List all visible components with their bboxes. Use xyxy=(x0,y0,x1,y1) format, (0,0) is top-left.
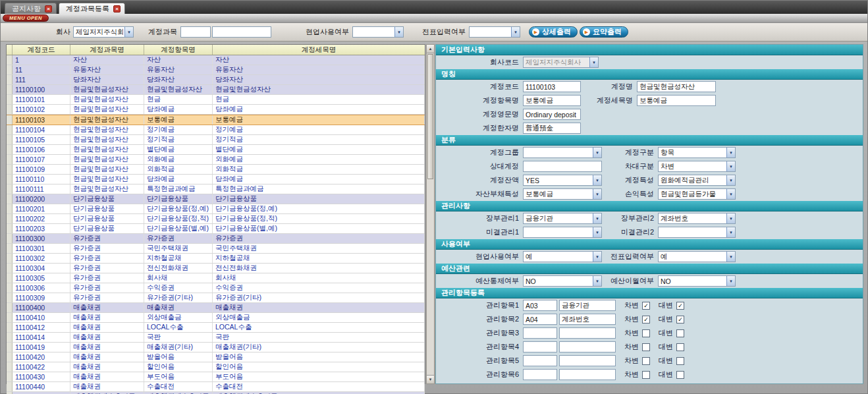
mgmt-item-3-credit-checkbox[interactable] xyxy=(676,329,684,337)
table-row[interactable]: 11100309유가증권유가증권(기타)유가증권(기타) xyxy=(7,293,425,303)
mgmt-item-2-name-input[interactable]: 계좌번호 xyxy=(559,314,616,325)
table-row[interactable]: 111당좌자산당좌자산당좌자산 xyxy=(7,75,425,85)
mgmt-item-2-debit-checkbox[interactable]: ✓ xyxy=(642,316,650,324)
dropdown-arrow-icon[interactable]: ▼ xyxy=(593,189,601,199)
pending-mgmt1-select[interactable]: ▼ xyxy=(523,227,602,238)
table-row[interactable]: 11100111현금및현금성자산특정현금과예금특정현금과예금 xyxy=(7,184,425,194)
tab-close-icon[interactable]: × xyxy=(45,5,52,13)
ledger-mgmt1-select[interactable]: 금융기관▼ xyxy=(523,213,602,224)
mgmt-item-1-name-input[interactable]: 금융기관 xyxy=(559,300,616,311)
dropdown-arrow-icon[interactable]: ▼ xyxy=(726,175,735,185)
account-attribute-select[interactable]: 원화예적금관리▼ xyxy=(658,175,736,186)
account-code-input[interactable]: 11100103 xyxy=(523,81,581,92)
table-row[interactable]: 11100301유가증권국민주택채권국민주택채권 xyxy=(7,244,425,254)
dropdown-arrow-icon[interactable]: ▼ xyxy=(593,276,601,286)
table-row[interactable]: 11100302유가증권지하철공채지하철공채 xyxy=(7,254,425,264)
dropdown-arrow-icon[interactable]: ▼ xyxy=(593,252,601,262)
dropdown-arrow-icon[interactable]: ▼ xyxy=(726,148,735,157)
mgmt-item-6-credit-checkbox[interactable] xyxy=(676,371,684,379)
table-row[interactable]: 11100106현금및현금성자산별단예금별단예금 xyxy=(7,145,425,155)
company-code-select[interactable]: 제일저지주식회사▼ xyxy=(523,57,599,68)
profit-loss-attr-select[interactable]: 현금및현금등가물▼ xyxy=(658,188,736,200)
table-row[interactable]: 11100305유가증권회사채회사채 xyxy=(7,273,425,283)
mgmt-item-1-debit-checkbox[interactable]: ✓ xyxy=(642,302,650,310)
mgmt-item-6-code-input[interactable] xyxy=(523,369,557,380)
asset-liability-attr-select[interactable]: 보통예금▼ xyxy=(523,188,602,200)
account-name-input[interactable]: 현금및현금성자산 xyxy=(637,81,716,92)
account-group-select[interactable]: ▼ xyxy=(523,147,602,158)
account-name-filter-input[interactable] xyxy=(212,26,271,38)
table-row[interactable]: 11유동자산유동자산유동자산 xyxy=(7,65,425,75)
use-filter-select[interactable]: ▼ xyxy=(352,26,404,38)
summary-print-button[interactable]: ▶ 요약출력 xyxy=(580,26,628,38)
table-row[interactable]: 11100304유가증권전신전화채권전신전화채권 xyxy=(7,264,425,273)
mgmt-item-6-name-input[interactable] xyxy=(559,369,616,380)
mgmt-item-6-debit-checkbox[interactable] xyxy=(642,371,650,379)
table-row[interactable]: 11100105현금및현금성자산정기적금정기적금 xyxy=(7,135,425,145)
mgmt-item-3-name-input[interactable] xyxy=(559,327,616,339)
menu-open-button[interactable]: MENU OPEN xyxy=(3,14,49,22)
header-item-name[interactable]: 계정항목명 xyxy=(144,45,213,55)
table-row[interactable]: 11100107현금및현금성자산외화예금외화예금 xyxy=(7,155,425,165)
table-row[interactable]: 11100104현금및현금성자산정기예금정기예금 xyxy=(7,125,425,135)
mgmt-item-5-name-input[interactable] xyxy=(559,355,616,366)
table-row[interactable]: 11100412매출채권LOCAL수출LOCAL수출 xyxy=(7,323,425,333)
table-row[interactable]: 11100440매출채권수출대전수출대전 xyxy=(7,382,425,392)
table-row[interactable]: 11100101현금및현금성자산현금현금 xyxy=(7,95,425,105)
mgmt-item-2-credit-checkbox[interactable]: ✓ xyxy=(676,316,684,324)
mgmt-item-3-debit-checkbox[interactable] xyxy=(642,329,650,337)
dropdown-arrow-icon[interactable]: ▼ xyxy=(726,252,735,262)
dropdown-arrow-icon[interactable]: ▼ xyxy=(726,161,735,171)
table-row[interactable]: 11100110현금및현금성자산당좌예금당좌예금 xyxy=(7,175,425,184)
tab-close-icon[interactable]: × xyxy=(113,5,121,13)
table-row[interactable]: 1자산자산자산 xyxy=(7,55,425,65)
mgmt-item-5-code-input[interactable] xyxy=(523,355,557,366)
dropdown-arrow-icon[interactable]: ▼ xyxy=(726,276,735,286)
company-filter-select[interactable]: 제일저지주식회사 ▼ xyxy=(73,26,134,38)
dropdown-arrow-icon[interactable]: ▼ xyxy=(593,175,601,185)
mgmt-item-4-code-input[interactable] xyxy=(523,341,557,352)
table-row[interactable]: 11100420매출채권받을어음받을어음 xyxy=(7,352,425,362)
ledger-mgmt2-select[interactable]: 계좌번호▼ xyxy=(658,213,736,224)
scroll-thumb[interactable] xyxy=(427,54,433,179)
table-row[interactable]: 11100203단기금융상품단기금융상품(별,예)단기금융상품(별,예) xyxy=(7,224,425,234)
account-item-name-input[interactable]: 보통예금 xyxy=(523,95,581,106)
dropdown-arrow-icon[interactable]: ▼ xyxy=(726,227,735,237)
slip-entry-yn-select[interactable]: 예▼ xyxy=(658,251,736,262)
budget-carryover-yn-select[interactable]: NO▼ xyxy=(658,275,736,287)
debit-credit-class-select[interactable]: 차변▼ xyxy=(658,161,736,172)
table-row[interactable]: 11100103현금및현금성자산보통예금보통예금 xyxy=(7,115,425,125)
mgmt-item-4-debit-checkbox[interactable] xyxy=(642,343,650,351)
budget-control-yn-select[interactable]: NO▼ xyxy=(523,275,602,287)
scroll-up-icon[interactable]: ▲ xyxy=(427,45,434,53)
detail-print-button[interactable]: ▶ 상세출력 xyxy=(529,26,578,38)
mgmt-item-4-name-input[interactable] xyxy=(559,341,616,352)
table-row[interactable]: 11100200단기금융상품단기금융상품단기금융상품 xyxy=(7,194,425,204)
dropdown-arrow-icon[interactable]: ▼ xyxy=(124,27,133,37)
dropdown-arrow-icon[interactable]: ▼ xyxy=(589,57,598,67)
counter-account-input[interactable] xyxy=(523,161,602,172)
account-hanja-name-input[interactable]: 普通預金 xyxy=(523,123,581,134)
table-row[interactable]: 11100109현금및현금성자산외화적금외화적금 xyxy=(7,165,425,175)
scroll-track[interactable] xyxy=(427,180,434,375)
dropdown-arrow-icon[interactable]: ▼ xyxy=(726,189,735,199)
mgmt-item-4-credit-checkbox[interactable] xyxy=(676,343,684,351)
mgmt-item-5-debit-checkbox[interactable] xyxy=(642,357,650,365)
table-row[interactable]: 11100202단기금융상품단기금융상품(정,적)단기금융상품(정,적) xyxy=(7,214,425,224)
mgmt-item-1-code-input[interactable]: A03 xyxy=(523,300,557,311)
table-row[interactable]: 11100410매출채권외상매출금외상매출금 xyxy=(7,313,425,323)
account-english-name-input[interactable]: Ordinary deposit xyxy=(523,109,581,120)
dropdown-arrow-icon[interactable]: ▼ xyxy=(593,148,601,157)
table-row[interactable]: 11100422매출채권할인어음할인어음 xyxy=(7,362,425,372)
mgmt-item-1-credit-checkbox[interactable]: ✓ xyxy=(676,302,684,310)
table-row[interactable]: 11100419매출채권매출채권(기타)매출채권(기타) xyxy=(7,343,425,352)
dropdown-arrow-icon[interactable]: ▼ xyxy=(593,227,601,237)
account-class-select[interactable]: 항목▼ xyxy=(658,147,736,158)
dropdown-arrow-icon[interactable]: ▼ xyxy=(511,27,520,37)
table-row[interactable]: 11100306유가증권수익증권수익증권 xyxy=(7,283,425,293)
table-row[interactable]: 11100102현금및현금성자산당좌예금당좌예금 xyxy=(7,105,425,115)
mgmt-item-2-code-input[interactable]: A04 xyxy=(523,314,557,325)
table-row[interactable]: 11100300유가증권유가증권유가증권 xyxy=(7,234,425,244)
mgmt-item-3-code-input[interactable] xyxy=(523,327,557,339)
account-detail-name-input[interactable]: 보통예금 xyxy=(637,95,716,106)
